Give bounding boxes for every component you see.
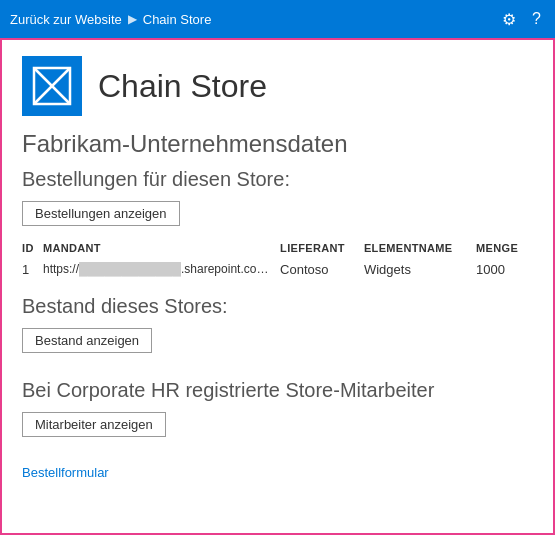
employees-section-heading: Bei Corporate HR registrierte Store-Mita…	[22, 379, 533, 402]
col-menge: MENGE	[476, 238, 533, 258]
col-id: ID	[22, 238, 43, 258]
show-employees-button[interactable]: Mitarbeiter anzeigen	[22, 412, 166, 437]
breadcrumb-nav: Zurück zur Website ▶ Chain Store	[10, 12, 211, 27]
store-icon	[22, 56, 82, 116]
breadcrumb-current: Chain Store	[143, 12, 212, 27]
mandant-url-obfuscated: ████████████	[79, 262, 181, 276]
settings-icon[interactable]: ⚙	[498, 6, 520, 33]
col-lieferant: LIEFERANT	[280, 238, 364, 258]
show-orders-button[interactable]: Bestellungen anzeigen	[22, 201, 180, 226]
store-title: Chain Store	[98, 68, 267, 105]
employees-section: Bei Corporate HR registrierte Store-Mita…	[22, 379, 533, 449]
mandant-url-prefix: https://	[43, 262, 79, 276]
inventory-section: Bestand dieses Stores: Bestand anzeigen	[22, 295, 533, 365]
orders-section-heading: Bestellungen für diesen Store:	[22, 168, 533, 191]
orders-table-header-row: ID MANDANT LIEFERANT ELEMENTNAME MENGE	[22, 238, 533, 258]
orders-section: Bestellungen für diesen Store: Bestellun…	[22, 168, 533, 281]
main-content-area: Chain Store Fabrikam-Unternehmensdaten B…	[0, 38, 555, 535]
cell-elementname: Widgets	[364, 258, 476, 281]
store-subtitle: Fabrikam-Unternehmensdaten	[22, 130, 533, 158]
breadcrumb-chevron: ▶	[128, 12, 137, 26]
order-form-link[interactable]: Bestellformular	[22, 465, 109, 480]
back-to-website-link[interactable]: Zurück zur Website	[10, 12, 122, 27]
inventory-section-heading: Bestand dieses Stores:	[22, 295, 533, 318]
top-navigation-bar: Zurück zur Website ▶ Chain Store ⚙ ?	[0, 0, 555, 38]
cell-id: 1	[22, 258, 43, 281]
col-elementname: ELEMENTNAME	[364, 238, 476, 258]
show-inventory-button[interactable]: Bestand anzeigen	[22, 328, 152, 353]
cell-mandant: https://████████████.sharepoint.com/hong…	[43, 258, 280, 281]
table-row: 1 https://████████████.sharepoint.com/ho…	[22, 258, 533, 281]
col-mandant: MANDANT	[43, 238, 280, 258]
help-icon[interactable]: ?	[528, 6, 545, 32]
orders-table: ID MANDANT LIEFERANT ELEMENTNAME MENGE 1…	[22, 238, 533, 281]
mandant-url-suffix: .sharepoint.com/hongkong/	[181, 262, 280, 276]
store-logo-svg	[32, 66, 72, 106]
store-header: Chain Store	[22, 56, 533, 116]
topbar-actions: ⚙ ?	[498, 6, 545, 33]
cell-menge: 1000	[476, 258, 533, 281]
cell-lieferant: Contoso	[280, 258, 364, 281]
